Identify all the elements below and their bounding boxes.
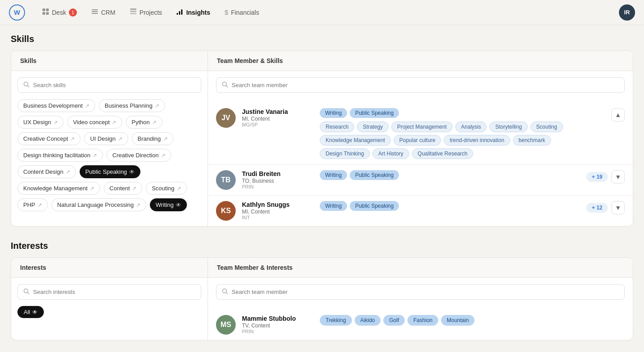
member-info-justine: Justine Vanaria MI, Content MG/SP bbox=[242, 108, 314, 127]
skill-tag-branding[interactable]: Branding ↗ bbox=[132, 132, 174, 145]
search-interests-icon bbox=[23, 288, 30, 296]
member-row-kathlyn: KS Kathlyn Snuggs MI, Content INT Writin… bbox=[208, 196, 633, 226]
all-interests-tag[interactable]: All 👁 bbox=[17, 306, 44, 318]
skill-tag-knowledge-management[interactable]: Knowledge Management ↗ bbox=[17, 182, 100, 195]
member-dept: MI, Content bbox=[242, 116, 314, 122]
financials-icon: $ bbox=[225, 8, 228, 16]
member-actions-kathlyn: + 12 ▼ bbox=[586, 201, 625, 214]
projects-icon bbox=[130, 8, 137, 17]
skill-badge-public-speaking: Public Speaking bbox=[350, 108, 399, 118]
tag-arrow-icon: ↗ bbox=[112, 119, 116, 126]
interests-right-panel: MS Mammie Stubbolo TV, Content PRIN Trek… bbox=[208, 278, 633, 340]
skill-tag-video-concept[interactable]: Video concept ↗ bbox=[67, 116, 122, 129]
member-row-justine: JV Justine Vanaria MI, Content MG/SP Wri… bbox=[208, 103, 633, 165]
skill-tag-public-speaking[interactable]: Public Speaking 👁 bbox=[80, 165, 140, 178]
interests-left-header: Interests bbox=[11, 258, 208, 277]
skill-tag-design-thinking-facilitation[interactable]: Design thinking facilitation ↗ bbox=[17, 149, 103, 162]
svg-line-18 bbox=[28, 293, 30, 294]
crm-icon bbox=[91, 8, 98, 17]
nav-desk[interactable]: Desk 1 bbox=[36, 4, 83, 20]
collapse-justine-button[interactable]: ▲ bbox=[611, 108, 625, 122]
skill-tag-ui-design[interactable]: UI Design ↗ bbox=[84, 132, 128, 145]
search-member-wrapper bbox=[208, 71, 633, 103]
skills-left-panel: Business Development ↗ Business Planning… bbox=[11, 71, 208, 226]
search-interests-input[interactable] bbox=[33, 289, 195, 295]
svg-rect-7 bbox=[130, 8, 136, 10]
skills-card-header: Skills Team Member & Skills bbox=[11, 51, 633, 71]
skills-left-header: Skills bbox=[11, 51, 208, 71]
search-skills-input[interactable] bbox=[33, 82, 195, 88]
skill-badge-storytelling: Storytelling bbox=[489, 122, 527, 132]
nav-crm[interactable]: CRM bbox=[85, 4, 122, 20]
member-actions-justine: ▲ bbox=[611, 108, 625, 122]
skill-tag-writing[interactable]: Writing 👁 bbox=[150, 198, 187, 211]
skill-tag-php[interactable]: PHP ↗ bbox=[17, 198, 48, 211]
tag-arrow-icon: ↗ bbox=[70, 136, 75, 142]
search-interest-member-input[interactable] bbox=[232, 289, 619, 295]
tag-arrow-icon: ↗ bbox=[118, 136, 123, 142]
member-role: MG/SP bbox=[242, 122, 314, 127]
skill-tag-scouting[interactable]: Scouting ↗ bbox=[146, 182, 187, 195]
nav-items: Desk 1 CRM Projects Insights $ Financial… bbox=[36, 4, 615, 20]
svg-rect-4 bbox=[92, 9, 98, 10]
skill-tag-creative-concept[interactable]: Creative Concept ↗ bbox=[17, 132, 80, 145]
tag-arrow-icon: ↗ bbox=[155, 103, 159, 109]
svg-rect-9 bbox=[130, 13, 136, 14]
skill-tag-python[interactable]: Python ↗ bbox=[126, 116, 162, 129]
tag-arrow-icon: ↗ bbox=[152, 119, 157, 126]
skill-tag-creative-direction[interactable]: Creative Direction ↗ bbox=[106, 149, 171, 162]
skill-tag-business-planning[interactable]: Business Planning ↗ bbox=[99, 99, 165, 112]
interests-card-body: All 👁 MS bbox=[11, 278, 633, 340]
skill-badge-research: Research bbox=[320, 122, 354, 132]
user-avatar[interactable]: IR bbox=[619, 4, 635, 21]
tag-arrow-icon: ↗ bbox=[38, 202, 42, 208]
svg-rect-1 bbox=[46, 8, 49, 11]
member-name: Justine Vanaria bbox=[242, 108, 314, 115]
skill-badge-writing: Writing bbox=[320, 170, 347, 180]
avatar-trudi: TB bbox=[216, 170, 236, 190]
skill-badge-scouting: Scouting bbox=[530, 122, 563, 132]
skill-tag-content[interactable]: Content ↗ bbox=[104, 182, 143, 195]
member-skills-justine: Writing Public Speaking Research Strateg… bbox=[320, 108, 602, 159]
skill-tag-content-design[interactable]: Content Design ↗ bbox=[17, 165, 76, 178]
avatar-justine: JV bbox=[216, 108, 236, 128]
svg-rect-12 bbox=[181, 9, 182, 15]
svg-rect-2 bbox=[42, 12, 45, 15]
member-info-trudi: Trudi Breiten TO, Business PRIN bbox=[242, 170, 314, 189]
skill-tag-nlp[interactable]: Natural Language Processing ↗ bbox=[51, 198, 146, 211]
skill-badge-writing: Writing bbox=[320, 108, 347, 118]
skill-tag-ux-design[interactable]: UX Design ↗ bbox=[17, 116, 64, 129]
search-member-input[interactable] bbox=[232, 82, 619, 88]
expand-kathlyn-button[interactable]: ▼ bbox=[611, 201, 625, 214]
member-interests-mammie: Trekking Aikido Golf Fashion Mountain bbox=[320, 315, 625, 326]
eye-icon: 👁 bbox=[129, 169, 135, 175]
skills-tags-grid: Business Development ↗ Business Planning… bbox=[17, 99, 201, 211]
interests-tags-grid: All 👁 bbox=[17, 306, 201, 318]
skill-badge-benchmark: benchmark bbox=[513, 135, 551, 146]
nav-financials[interactable]: $ Financials bbox=[218, 5, 265, 20]
nav-insights[interactable]: Insights bbox=[170, 4, 216, 20]
search-interest-member-box[interactable] bbox=[216, 284, 625, 300]
search-skills-box[interactable] bbox=[17, 77, 201, 93]
member-row-trudi: TB Trudi Breiten TO, Business PRIN Writi… bbox=[208, 165, 633, 196]
interests-card: Interests Team Member & Interests All 👁 bbox=[11, 257, 633, 340]
nav-projects[interactable]: Projects bbox=[123, 4, 169, 20]
member-dept: MI, Content bbox=[242, 209, 314, 215]
skill-tag-business-development[interactable]: Business Development ↗ bbox=[17, 99, 95, 112]
search-member-box[interactable] bbox=[216, 77, 625, 93]
skill-badge-trend-driven: trend-driven innovation bbox=[444, 135, 510, 146]
expand-trudi-button[interactable]: ▼ bbox=[611, 170, 625, 184]
app-logo[interactable]: W bbox=[9, 4, 25, 21]
svg-rect-6 bbox=[92, 13, 98, 14]
member-name: Kathlyn Snuggs bbox=[242, 201, 314, 208]
navigation: W Desk 1 CRM Projects Insights bbox=[0, 0, 644, 25]
search-interest-member-wrapper bbox=[208, 278, 633, 310]
member-role: PRIN bbox=[242, 329, 314, 334]
search-interests-box[interactable] bbox=[17, 284, 201, 300]
skill-badge-strategy: Strategy bbox=[357, 122, 389, 132]
skills-section-title: Skills bbox=[11, 34, 633, 44]
member-info-mammie: Mammie Stubbolo TV, Content PRIN bbox=[242, 315, 314, 334]
tag-arrow-icon: ↗ bbox=[163, 136, 168, 142]
svg-rect-11 bbox=[179, 11, 180, 15]
svg-rect-5 bbox=[92, 11, 98, 12]
